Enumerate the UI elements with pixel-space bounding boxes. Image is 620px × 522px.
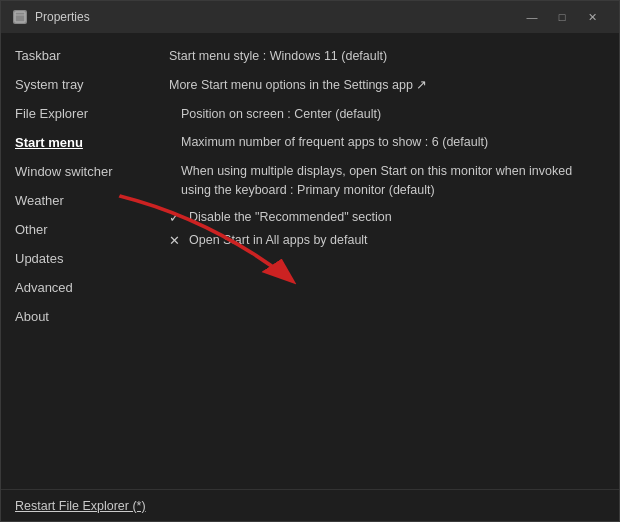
sidebar-item-updates[interactable]: Updates	[1, 244, 151, 273]
more-options-link-setting: More Start menu options in the Settings …	[169, 76, 601, 95]
open-all-apps-checkmark: ✕	[169, 233, 183, 248]
disable-recommended-checkmark: ✓	[169, 210, 183, 225]
disable-recommended-checkbox[interactable]: ✓Disable the "Recommended" section	[169, 210, 601, 225]
sidebar-item-start-menu[interactable]: Start menu	[1, 128, 151, 157]
sidebar-item-window-switcher[interactable]: Window switcher	[1, 157, 151, 186]
position-setting: Position on screen : Center (default)	[169, 105, 601, 124]
sidebar-item-advanced[interactable]: Advanced	[1, 273, 151, 302]
titlebar-controls: — □ ✕	[517, 5, 607, 29]
titlebar-title: Properties	[35, 10, 90, 24]
window-icon	[13, 10, 27, 24]
open-all-apps-label: Open Start in All apps by default	[189, 233, 368, 247]
start-menu-style-setting: Start menu style : Windows 11 (default)	[169, 47, 601, 66]
sidebar-item-about[interactable]: About	[1, 302, 151, 331]
multiple-displays-setting: When using multiple displays, open Start…	[169, 162, 601, 200]
content: TaskbarSystem trayFile ExplorerStart men…	[1, 33, 619, 489]
sidebar-item-system-tray[interactable]: System tray	[1, 70, 151, 99]
restart-explorer-link[interactable]: Restart File Explorer (*)	[15, 499, 146, 513]
sidebar-item-weather[interactable]: Weather	[1, 186, 151, 215]
open-all-apps-checkbox[interactable]: ✕Open Start in All apps by default	[169, 233, 601, 248]
maximize-button[interactable]: □	[547, 5, 577, 29]
bottom-bar: Restart File Explorer (*)	[1, 489, 619, 521]
titlebar: Properties — □ ✕	[1, 1, 619, 33]
sidebar: TaskbarSystem trayFile ExplorerStart men…	[1, 33, 151, 489]
disable-recommended-label: Disable the "Recommended" section	[189, 210, 392, 224]
titlebar-left: Properties	[13, 10, 90, 24]
sidebar-item-taskbar[interactable]: Taskbar	[1, 41, 151, 70]
close-button[interactable]: ✕	[577, 5, 607, 29]
main-panel: Start menu style : Windows 11 (default)M…	[151, 33, 619, 489]
properties-window: Properties — □ ✕ TaskbarSystem trayFile …	[0, 0, 620, 522]
svg-rect-0	[15, 12, 25, 22]
content-wrapper: TaskbarSystem trayFile ExplorerStart men…	[1, 33, 619, 489]
max-apps-setting: Maximum number of frequent apps to show …	[169, 133, 601, 152]
sidebar-item-file-explorer[interactable]: File Explorer	[1, 99, 151, 128]
minimize-button[interactable]: —	[517, 5, 547, 29]
sidebar-item-other[interactable]: Other	[1, 215, 151, 244]
